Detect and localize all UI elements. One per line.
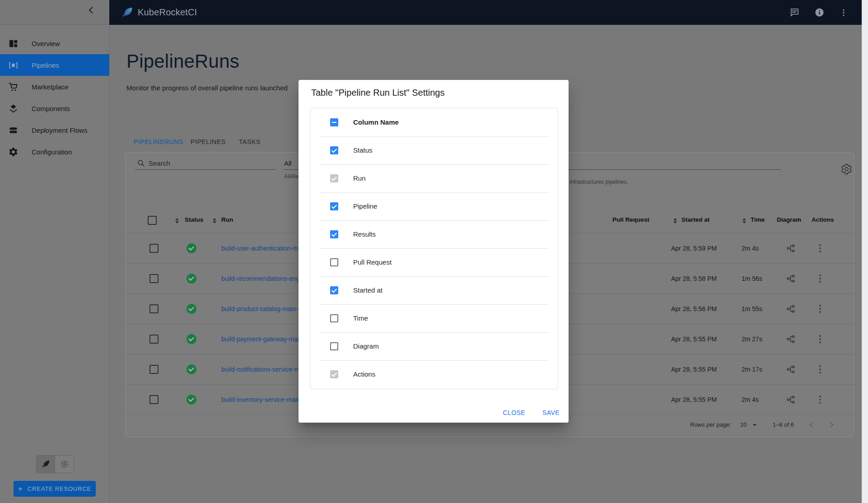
status-checkbox[interactable] xyxy=(330,146,338,154)
column-row-status: Status xyxy=(310,136,558,164)
column-row-run: Run xyxy=(310,164,558,192)
column-row-results: Results xyxy=(310,220,558,248)
dialog-title: Table "Pipeline Run List" Settings xyxy=(311,88,444,98)
screen: KubeRocketCI Overview xyxy=(0,0,868,503)
pull-request-checkbox[interactable] xyxy=(330,258,338,266)
column-row-diagram: Diagram xyxy=(310,332,558,360)
column-label: Pull Request xyxy=(353,258,392,266)
column-list: Column Name Status Run Pipeline Results xyxy=(310,108,558,389)
actions-checkbox-disabled xyxy=(330,370,338,378)
column-label: Started at xyxy=(353,286,383,294)
column-label: Diagram xyxy=(353,342,379,350)
column-label: Pipeline xyxy=(353,202,377,210)
save-button[interactable]: SAVE xyxy=(542,409,560,416)
column-row-time: Time xyxy=(310,304,558,332)
column-row-actions: Actions xyxy=(310,360,558,388)
column-label: Run xyxy=(353,174,366,182)
run-checkbox-disabled xyxy=(330,174,338,182)
column-row-pipeline: Pipeline xyxy=(310,192,558,220)
results-checkbox[interactable] xyxy=(330,230,338,238)
started-at-checkbox[interactable] xyxy=(330,286,338,294)
column-name-header: Column Name xyxy=(353,118,399,126)
select-all-columns-checkbox[interactable] xyxy=(330,118,338,126)
column-list-header-row: Column Name xyxy=(310,108,558,136)
column-label: Results xyxy=(353,230,376,238)
pipeline-checkbox[interactable] xyxy=(330,202,338,210)
dialog-actions: CLOSE SAVE xyxy=(503,409,560,416)
column-label: Actions xyxy=(353,370,375,378)
time-checkbox[interactable] xyxy=(330,314,338,322)
column-label: Time xyxy=(353,314,368,322)
column-row-pull-request: Pull Request xyxy=(310,248,558,276)
column-row-started-at: Started at xyxy=(310,276,558,304)
diagram-checkbox[interactable] xyxy=(330,342,338,350)
table-settings-dialog: Table "Pipeline Run List" Settings Colum… xyxy=(299,80,569,423)
close-button[interactable]: CLOSE xyxy=(503,409,525,416)
column-label: Status xyxy=(353,146,373,154)
